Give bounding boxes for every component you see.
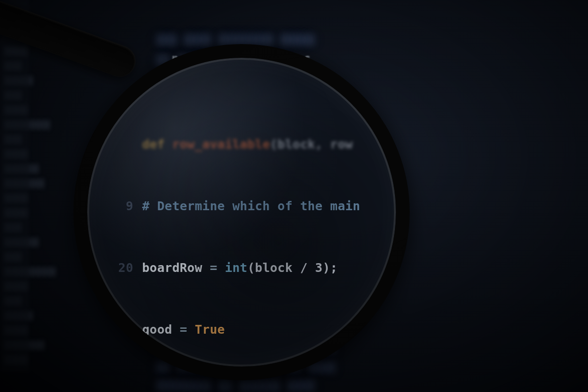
magnifier-lens: def row_available(block, row 9# Determin… (74, 44, 410, 380)
gutter-lineno: 20 (111, 258, 133, 278)
keyword-def: def (142, 134, 165, 155)
literal-true: True (195, 319, 224, 340)
magnified-code-block: def row_available(block, row 9# Determin… (111, 93, 391, 380)
identifier: good (142, 319, 172, 340)
builtin-int: int (225, 258, 247, 278)
blurred-minimap (0, 0, 29, 372)
args: (block, row (270, 134, 353, 155)
photo-stage: ████████████████████████████████████████… (0, 0, 588, 392)
gutter-lineno: 9 (111, 196, 133, 217)
function-name: row_available (172, 134, 270, 155)
comment-line: # Determine which of the main (142, 196, 360, 217)
identifier: boardRow (142, 258, 202, 278)
